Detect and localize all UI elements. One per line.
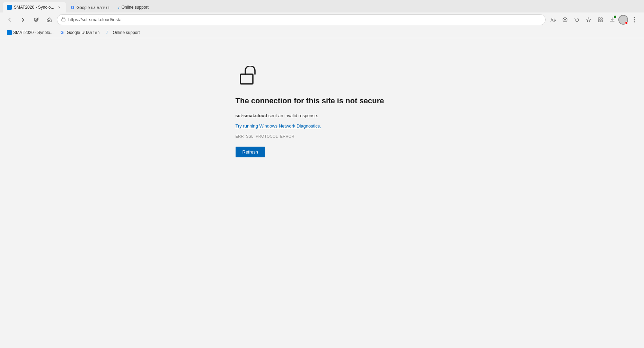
home-button[interactable] — [44, 14, 55, 25]
address-bar[interactable]: https://sct-smat.cloud/install — [57, 14, 546, 25]
back-button[interactable] — [4, 14, 15, 25]
bookmark-favicon-smat — [7, 30, 12, 35]
address-text: https://sct-smat.cloud/install — [68, 17, 541, 22]
tab-favicon-doc: G — [71, 5, 74, 10]
tab-label-smat: SMAT2020 - Synolo... — [14, 5, 54, 10]
more-icon — [634, 17, 635, 23]
error-title: The connection for this site is not secu… — [236, 96, 384, 105]
error-domain: sct-smat.cloud — [236, 113, 267, 118]
settings-menu-button[interactable] — [629, 14, 640, 25]
sync-icon — [574, 17, 580, 23]
bookmark-label-support: Online support — [113, 30, 140, 35]
tab-bar: SMAT2020 - Synolo... ✕ G Google แปลภาษา … — [0, 0, 644, 12]
svg-point-9 — [634, 19, 635, 20]
unlocked-lock-icon — [238, 66, 258, 88]
browser-toolbar: https://sct-smat.cloud/install Aあ — [0, 12, 644, 27]
read-aloud-button[interactable]: Aあ — [548, 14, 559, 25]
bookmark-label-smat: SMAT2020 - Synolo... — [13, 30, 54, 35]
error-page: The connection for this site is not secu… — [0, 38, 644, 343]
downloads-button[interactable] — [607, 14, 618, 25]
tab-close-smat[interactable]: ✕ — [56, 5, 62, 10]
browser-chrome: SMAT2020 - Synolo... ✕ G Google แปลภาษา … — [0, 0, 644, 38]
collections-icon — [598, 17, 603, 23]
tab-favicon-info: i — [118, 5, 120, 9]
favorites-icon — [586, 17, 591, 23]
back-icon — [7, 17, 12, 22]
forward-button[interactable] — [17, 14, 28, 25]
diagnostics-link[interactable]: Try running Windows Network Diagnostics. — [236, 123, 321, 129]
svg-point-3 — [564, 19, 566, 20]
home-icon — [46, 17, 52, 23]
browser-sync-button[interactable] — [571, 14, 582, 25]
error-description-suffix: sent an invalid response. — [267, 113, 318, 118]
svg-rect-11 — [240, 74, 253, 84]
svg-rect-4 — [598, 18, 600, 19]
toolbar-actions: Aあ — [548, 14, 640, 25]
address-lock-icon — [61, 17, 65, 23]
svg-point-8 — [634, 17, 635, 18]
svg-rect-6 — [598, 20, 600, 22]
bookmarks-bar: SMAT2020 - Synolo... G Google แปลภาษา i … — [0, 27, 644, 38]
copilot-icon — [562, 17, 568, 23]
tab-label-google: Google แปลภาษา — [77, 4, 109, 11]
collections-button[interactable] — [595, 14, 606, 25]
tab-favicon-blue — [7, 5, 12, 10]
profile-notification-dot — [625, 21, 628, 24]
svg-rect-5 — [601, 18, 602, 19]
svg-rect-0 — [62, 19, 65, 21]
tab-smat2020[interactable]: SMAT2020 - Synolo... ✕ — [3, 2, 66, 12]
refresh-button[interactable] — [30, 14, 42, 25]
svg-text:Aあ: Aあ — [550, 18, 556, 23]
bookmark-online-support[interactable]: i Online support — [104, 29, 143, 36]
error-description: sct-smat.cloud sent an invalid response. — [236, 112, 318, 119]
bookmark-smat2020[interactable]: SMAT2020 - Synolo... — [4, 29, 56, 36]
tab-label-support: Online support — [122, 5, 149, 10]
error-code: ERR_SSL_PROTOCOL_ERROR — [236, 134, 294, 138]
bookmark-google-translate[interactable]: G Google แปลภาษา — [58, 28, 103, 37]
bookmark-favicon-google: G — [61, 30, 65, 35]
bookmark-favicon-support: i — [107, 30, 112, 35]
tab-google-translate[interactable]: G Google แปลภาษา — [67, 2, 114, 12]
bookmark-label-google: Google แปลภาษา — [67, 29, 100, 36]
read-aloud-icon: Aあ — [550, 17, 556, 23]
forward-icon — [20, 17, 25, 22]
downloads-badge — [614, 16, 616, 18]
copilot-button[interactable] — [559, 14, 571, 25]
svg-point-10 — [634, 21, 635, 22]
profile-button[interactable] — [618, 15, 628, 25]
refresh-page-button[interactable]: Refresh — [236, 147, 265, 157]
tab-online-support[interactable]: i Online support — [114, 2, 153, 12]
refresh-icon — [33, 17, 39, 23]
svg-rect-7 — [601, 20, 602, 22]
error-container: The connection for this site is not secu… — [236, 66, 409, 157]
favorites-button[interactable] — [583, 14, 594, 25]
